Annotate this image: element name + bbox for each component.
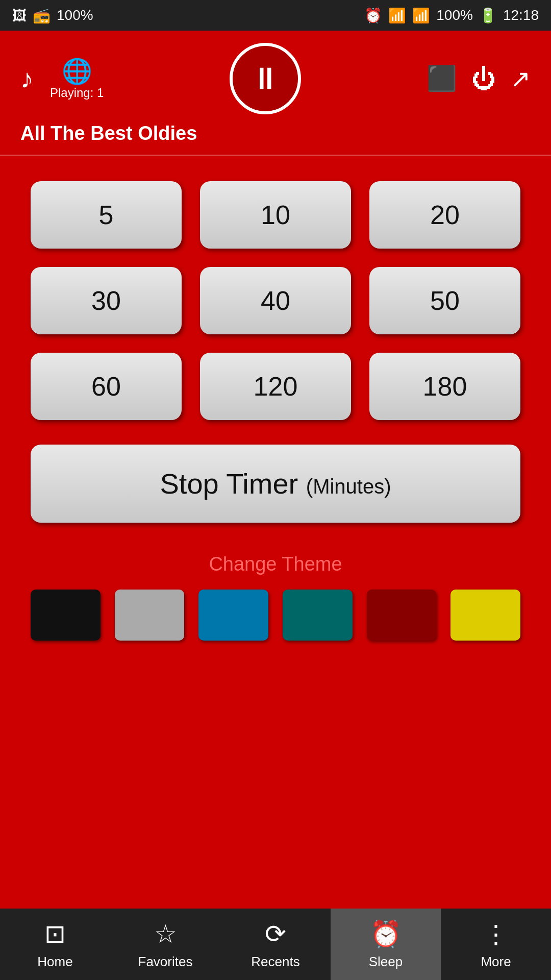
theme-yellow[interactable] <box>450 590 520 641</box>
theme-colors <box>31 590 520 641</box>
timer-20[interactable]: 20 <box>369 181 520 249</box>
theme-darkred[interactable] <box>367 590 437 641</box>
pause-icon: ⏸ <box>250 63 281 94</box>
pause-button[interactable]: ⏸ <box>230 43 301 114</box>
timer-grid: 5 10 20 30 40 50 60 120 180 <box>31 181 520 420</box>
nav-sleep[interactable]: ⏰ Sleep <box>331 909 441 980</box>
stop-timer-label: Stop Timer (Minutes) <box>160 468 391 500</box>
theme-section: Change Theme <box>31 553 520 641</box>
recents-icon: ⟳ <box>265 919 286 949</box>
home-icon: ⊡ <box>44 919 66 949</box>
clock-text: 12:18 <box>503 7 539 23</box>
signal-bars-icon: 📶 <box>412 7 430 24</box>
timer-120[interactable]: 120 <box>200 353 351 420</box>
power-icon[interactable]: ⏻ <box>471 65 496 93</box>
status-left: 🖼 📻 100% <box>12 7 93 24</box>
sleep-icon: ⏰ <box>370 919 402 949</box>
nav-favorites[interactable]: ☆ Favorites <box>110 909 220 980</box>
music-icon[interactable]: ♪ <box>20 63 34 94</box>
timer-5[interactable]: 5 <box>31 181 182 249</box>
globe-icon: 🌐 <box>62 57 92 86</box>
timer-10[interactable]: 10 <box>200 181 351 249</box>
nav-more[interactable]: ⋮ More <box>441 909 551 980</box>
battery-icon: 🔋 <box>479 7 497 24</box>
alarm-icon: ⏰ <box>364 7 382 24</box>
theme-blue[interactable] <box>198 590 268 641</box>
share-icon[interactable]: ↗ <box>510 64 531 93</box>
status-bar: 🖼 📻 100% ⏰ 📶 📶 100% 🔋 12:18 <box>0 0 551 31</box>
status-right: ⏰ 📶 📶 100% 🔋 12:18 <box>364 7 539 24</box>
station-title: All The Best Oldies <box>20 122 531 144</box>
theme-black[interactable] <box>31 590 101 641</box>
header-right: ⬛ ⏻ ↗ <box>427 64 531 93</box>
stop-icon[interactable]: ⬛ <box>427 64 457 93</box>
nav-recents[interactable]: ⟳ Recents <box>220 909 331 980</box>
more-icon: ⋮ <box>483 919 509 949</box>
header-controls: ♪ 🌐 Playing: 1 ⏸ ⬛ ⏻ ↗ <box>20 43 531 114</box>
battery-text: 100% <box>436 7 473 23</box>
globe-container[interactable]: 🌐 Playing: 1 <box>50 57 104 100</box>
timer-40[interactable]: 40 <box>200 267 351 334</box>
nav-sleep-label: Sleep <box>369 954 403 970</box>
timer-180[interactable]: 180 <box>369 353 520 420</box>
nav-more-label: More <box>481 954 511 970</box>
nav-home-label: Home <box>37 954 72 970</box>
header-left: ♪ 🌐 Playing: 1 <box>20 57 104 100</box>
main-content: 5 10 20 30 40 50 60 120 180 Stop Timer (… <box>0 156 551 656</box>
signal-text: 100% <box>57 7 93 23</box>
nav-recents-label: Recents <box>251 954 299 970</box>
theme-teal[interactable] <box>283 590 353 641</box>
wifi-icon: 📶 <box>388 7 406 24</box>
photo-icon: 🖼 <box>12 7 27 24</box>
bottom-nav: ⊡ Home ☆ Favorites ⟳ Recents ⏰ Sleep ⋮ M… <box>0 909 551 980</box>
timer-30[interactable]: 30 <box>31 267 182 334</box>
playing-label: Playing: 1 <box>50 86 104 100</box>
stop-timer-button[interactable]: Stop Timer (Minutes) <box>31 445 520 523</box>
radio-icon: 📻 <box>33 7 51 24</box>
timer-60[interactable]: 60 <box>31 353 182 420</box>
nav-home[interactable]: ⊡ Home <box>0 909 110 980</box>
nav-favorites-label: Favorites <box>138 954 193 970</box>
favorites-icon: ☆ <box>154 919 177 949</box>
theme-label: Change Theme <box>31 553 520 575</box>
header: ♪ 🌐 Playing: 1 ⏸ ⬛ ⏻ ↗ All The Best Oldi… <box>0 31 551 155</box>
theme-gray[interactable] <box>115 590 185 641</box>
timer-50[interactable]: 50 <box>369 267 520 334</box>
